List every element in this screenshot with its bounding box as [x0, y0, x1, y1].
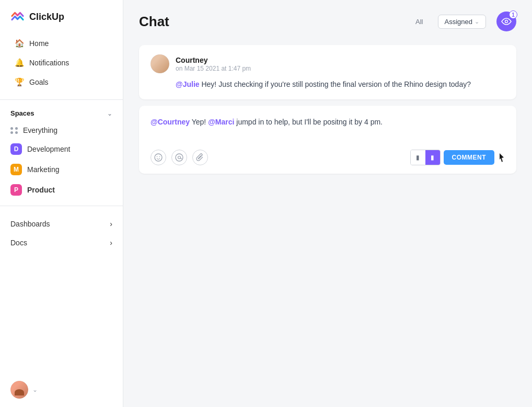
sidebar-item-home[interactable]: 🏠 Home: [4, 34, 119, 53]
sidebar-item-notifications[interactable]: 🔔 Notifications: [4, 53, 119, 72]
sidebar-item-dashboards[interactable]: Dashboards ›: [0, 214, 123, 233]
dashboards-left: Dashboards: [10, 220, 50, 228]
sidebar-sections: Dashboards › Docs ›: [0, 214, 123, 252]
svg-point-2: [157, 156, 158, 157]
message-avatar-1: [151, 54, 169, 73]
message-author-1: Courtney: [176, 56, 251, 64]
eye-icon: [501, 18, 512, 25]
cursor-icon: [499, 152, 505, 163]
main-content: Chat All Assigned ⌄ 1 Courtney on: [123, 0, 532, 407]
sidebar-nav-notifications-label: Notifications: [29, 59, 69, 67]
attach-button[interactable]: [192, 150, 208, 165]
product-badge: P: [10, 184, 22, 196]
sidebar-dashboards-label: Dashboards: [10, 220, 50, 228]
goal-icon: 🏆: [15, 77, 24, 87]
format-btn-1[interactable]: ▮: [411, 150, 425, 165]
chat-title: Chat: [139, 14, 169, 30]
avatar-chevron-icon: ⌄: [32, 386, 38, 393]
reply-toolbar: ▮ ▮ COMMENT: [151, 150, 505, 165]
development-badge: D: [10, 143, 22, 155]
at-button[interactable]: [171, 150, 187, 165]
sidebar-item-development[interactable]: D Development: [0, 139, 123, 159]
sidebar-item-everything[interactable]: Everything: [0, 122, 123, 139]
chevron-right-icon-docs: ›: [110, 239, 112, 247]
svg-point-4: [176, 154, 183, 161]
sidebar-marketing-label: Marketing: [27, 165, 59, 174]
message-text-1: Hey! Just checking if you're still posti…: [200, 80, 471, 88]
clickup-logo-icon: [10, 9, 25, 24]
sidebar-footer: ⌄: [0, 372, 123, 407]
reply-text2: jumpd in to help, but I'll be positng it…: [234, 118, 383, 126]
everything-dots-icon: [10, 127, 18, 134]
message-mention-1: @Julie: [176, 80, 200, 88]
chevron-right-icon-dashboards: ›: [110, 220, 112, 228]
svg-point-0: [505, 20, 508, 23]
marketing-badge: M: [10, 164, 22, 175]
bell-icon: 🔔: [15, 58, 24, 67]
svg-point-5: [178, 156, 181, 159]
chat-header: Chat All Assigned ⌄ 1: [123, 0, 532, 40]
emoji-icon: [154, 153, 163, 162]
sidebar-item-marketing[interactable]: M Marketing: [0, 160, 123, 179]
svg-point-3: [159, 156, 160, 157]
spaces-list: Everything D Development M Marketing P P…: [0, 121, 123, 200]
reply-mention2: @Marci: [208, 118, 234, 126]
chat-body: Courtney on Mar 15 2021 at 1:47 pm @Juli…: [123, 40, 532, 407]
sidebar-nav: 🏠 Home 🔔 Notifications 🏆 Goals: [0, 31, 123, 94]
docs-left: Docs: [10, 239, 27, 247]
sidebar-development-label: Development: [27, 145, 71, 153]
watch-button[interactable]: 1: [496, 12, 516, 31]
sidebar: ClickUp 🏠 Home 🔔 Notifications 🏆 Goals S…: [0, 0, 123, 407]
svg-point-1: [155, 154, 162, 161]
emoji-button[interactable]: [151, 150, 166, 165]
comment-button[interactable]: COMMENT: [444, 150, 495, 165]
sidebar-item-goals[interactable]: 🏆 Goals: [4, 73, 119, 92]
reply-text1: Yep!: [190, 118, 208, 126]
watch-badge-count: 1: [509, 10, 517, 19]
message-card-1: Courtney on Mar 15 2021 at 1:47 pm @Juli…: [139, 45, 516, 99]
sidebar-item-product[interactable]: P Product: [0, 180, 123, 200]
sidebar-divider-2: [0, 206, 123, 206]
reply-right-actions: ▮ ▮ COMMENT: [410, 150, 505, 165]
sidebar-product-label: Product: [27, 186, 55, 194]
chevron-down-icon: ⌄: [107, 110, 112, 117]
sidebar-divider-1: [0, 99, 123, 100]
message-body-1: @Julie Hey! Just checking if you're stil…: [176, 78, 505, 90]
at-icon: [175, 153, 183, 162]
message-time-1: on Mar 15 2021 at 1:47 pm: [176, 65, 251, 72]
courtney-avatar: [151, 54, 169, 73]
spaces-title: Spaces: [10, 109, 34, 117]
sidebar-everything-label: Everything: [23, 126, 57, 134]
format-btn-2[interactable]: ▮: [425, 150, 440, 165]
logo-text: ClickUp: [29, 12, 64, 22]
paperclip-icon: [196, 153, 204, 162]
sidebar-nav-home-label: Home: [29, 39, 49, 48]
home-icon: 🏠: [15, 39, 24, 48]
spaces-header[interactable]: Spaces ⌄: [0, 105, 123, 121]
format-buttons: ▮ ▮: [410, 150, 441, 165]
reply-mention1: @Courtney: [151, 118, 190, 126]
logo[interactable]: ClickUp: [0, 0, 123, 31]
filter-all-btn[interactable]: All: [411, 16, 427, 28]
message-meta-1: Courtney on Mar 15 2021 at 1:47 pm: [176, 56, 251, 72]
message-header-1: Courtney on Mar 15 2021 at 1:47 pm: [151, 54, 505, 73]
reply-card: @Courtney Yep! @Marci jumpd in to help, …: [139, 106, 516, 174]
filter-assigned-btn[interactable]: Assigned ⌄: [438, 15, 486, 29]
avatar-face: [10, 381, 28, 399]
sidebar-item-docs[interactable]: Docs ›: [0, 233, 123, 252]
user-avatar[interactable]: [10, 381, 28, 399]
chevron-down-icon-filter: ⌄: [475, 18, 479, 25]
sidebar-nav-goals-label: Goals: [29, 78, 49, 86]
reply-icon-group: [151, 150, 208, 165]
filter-assigned-label: Assigned: [445, 18, 472, 26]
sidebar-docs-label: Docs: [10, 239, 27, 247]
reply-text: @Courtney Yep! @Marci jumpd in to help, …: [151, 116, 505, 141]
